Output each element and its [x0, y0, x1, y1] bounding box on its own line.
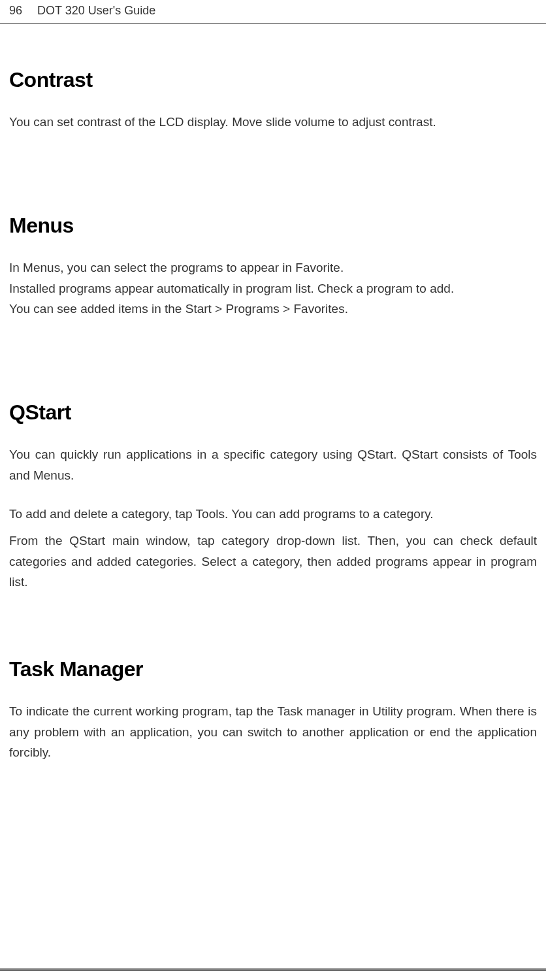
section-title-menus: Menus [9, 214, 537, 238]
section-title-taskmanager: Task Manager [9, 657, 537, 681]
section-menus: Menus In Menus, you can select the progr… [9, 214, 537, 319]
page-content: Contrast You can set contrast of the LCD… [0, 68, 546, 762]
taskmanager-body: To indicate the current working program,… [9, 701, 537, 762]
page-number: 96 [9, 4, 22, 17]
qstart-para2: To add and delete a category, tap Tools.… [9, 504, 537, 524]
qstart-para1: You can quickly run applications in a sp… [9, 444, 537, 485]
menus-line1: In Menus, you can select the programs to… [9, 257, 537, 278]
contrast-body: You can set contrast of the LCD display.… [9, 112, 537, 132]
menus-line2: Installed programs appear automatically … [9, 278, 537, 299]
menus-line3: You can see added items in the Start > P… [9, 299, 537, 319]
page-header: 96 DOT 320 User's Guide [0, 0, 546, 24]
qstart-para3: From the QStart main window, tap categor… [9, 531, 537, 592]
header-title: DOT 320 User's Guide [37, 4, 155, 17]
section-contrast: Contrast You can set contrast of the LCD… [9, 68, 537, 132]
section-taskmanager: Task Manager To indicate the current wor… [9, 657, 537, 762]
section-title-qstart: QStart [9, 400, 537, 425]
section-qstart: QStart You can quickly run applications … [9, 400, 537, 592]
footer-divider [0, 968, 546, 971]
section-title-contrast: Contrast [9, 68, 537, 92]
